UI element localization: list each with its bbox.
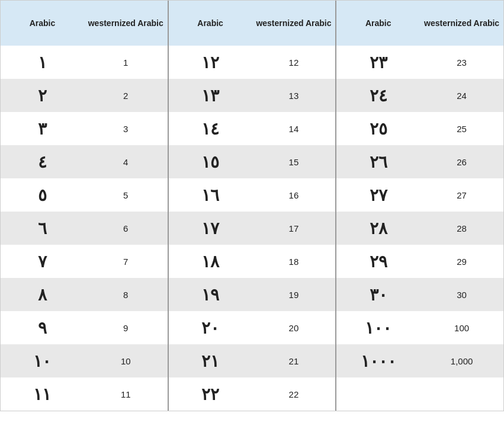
arabic-numeral: ٢٤: [336, 79, 420, 112]
western-numeral: 29: [420, 245, 503, 278]
table-row: [336, 377, 503, 411]
arabic-numeral: ١٣: [169, 79, 252, 112]
arabic-numeral: ٢: [1, 79, 84, 112]
arabic-numeral: ١٦: [169, 178, 252, 212]
table-row: ١٠10: [1, 344, 168, 377]
western-numeral: 22: [252, 377, 336, 411]
arabic-numeral: ٦: [1, 212, 84, 245]
arabic-numeral: ٢٢: [169, 377, 252, 411]
arabic-numeral: ٢٣: [336, 46, 420, 79]
arabic-numeral: ٥: [1, 178, 84, 212]
table-row: ٢١21: [169, 344, 336, 377]
arabic-numeral: ١٠٠: [336, 311, 420, 344]
western-numeral: 16: [252, 178, 336, 212]
table-row: ٢٤24: [336, 79, 503, 112]
table-row: ١٩19: [169, 278, 336, 311]
table-row: ١٨18: [169, 245, 336, 278]
western-numeral: 15: [252, 145, 336, 178]
western-numeral: 19: [252, 278, 336, 311]
western-numeral: 18: [252, 245, 336, 278]
header-arabic-1: Arabic: [1, 1, 84, 46]
arabic-numeral: ١٧: [169, 212, 252, 245]
arabic-numeral: ٤: [1, 145, 84, 178]
arabic-numeral: ٢١: [169, 344, 252, 377]
table-row: ٢٣23: [336, 46, 503, 79]
western-numeral: 1,000: [420, 344, 503, 377]
western-numeral: [420, 377, 503, 411]
table-row: ١١11: [1, 377, 168, 411]
arabic-numeral: ٢٨: [336, 212, 420, 245]
arabic-numeral: ١٤: [169, 112, 252, 145]
header-row-1: Arabicwesternized Arabic: [1, 1, 168, 46]
table-row: ٢٦26: [336, 145, 503, 178]
table-row: ٣3: [1, 112, 168, 145]
arabic-numeral: ١١: [1, 377, 84, 411]
table-row: ١٤14: [169, 112, 336, 145]
table-row: ٩9: [1, 311, 168, 344]
column-group-1: Arabicwesternized Arabic١1٢2٣3٤4٥5٦6٧7٨8…: [1, 1, 169, 411]
table-row: ١٠٠٠1,000: [336, 344, 503, 377]
arabic-numeral: ٣: [1, 112, 84, 145]
table-row: ١1: [1, 46, 168, 79]
western-numeral: 2: [84, 79, 168, 112]
header-western-3: westernized Arabic: [420, 1, 503, 46]
arabic-numeral: ٢٧: [336, 178, 420, 212]
western-numeral: 13: [252, 79, 336, 112]
table-row: ١٦16: [169, 178, 336, 212]
western-numeral: 5: [84, 178, 168, 212]
table-row: ١٠٠100: [336, 311, 503, 344]
western-numeral: 1: [84, 46, 168, 79]
table-row: ٧7: [1, 245, 168, 278]
table-row: ١٢12: [169, 46, 336, 79]
arabic-numeral: ١٠: [1, 344, 84, 377]
arabic-numeral: ٢٠: [169, 311, 252, 344]
western-numeral: 25: [420, 112, 503, 145]
arabic-numeral: ٢٩: [336, 245, 420, 278]
table-row: ٢2: [1, 79, 168, 112]
arabic-numeral: ٧: [1, 245, 84, 278]
column-group-3: Arabicwesternized Arabic٢٣23٢٤24٢٥25٢٦26…: [336, 1, 503, 411]
arabic-numeral: ١٠٠٠: [336, 344, 420, 377]
western-numeral: 4: [84, 145, 168, 178]
header-arabic-2: Arabic: [169, 1, 252, 46]
arabic-numeral: [336, 377, 420, 411]
western-numeral: 3: [84, 112, 168, 145]
table-row: ٣٠30: [336, 278, 503, 311]
arabic-numeral: ١٨: [169, 245, 252, 278]
header-western-1: westernized Arabic: [84, 1, 168, 46]
arabic-numeral: ١: [1, 46, 84, 79]
table-row: ٢٧27: [336, 178, 503, 212]
table-row: ٦6: [1, 212, 168, 245]
arabic-numeral: ٢٦: [336, 145, 420, 178]
western-numeral: 9: [84, 311, 168, 344]
table-row: ٢٠20: [169, 311, 336, 344]
western-numeral: 21: [252, 344, 336, 377]
table-row: ٥5: [1, 178, 168, 212]
main-table: Arabicwesternized Arabic١1٢2٣3٤4٥5٦6٧7٨8…: [0, 0, 504, 411]
western-numeral: 12: [252, 46, 336, 79]
table-row: ٢٩29: [336, 245, 503, 278]
table-row: ١٣13: [169, 79, 336, 112]
arabic-numeral: ١٥: [169, 145, 252, 178]
arabic-numeral: ٣٠: [336, 278, 420, 311]
western-numeral: 30: [420, 278, 503, 311]
western-numeral: 28: [420, 212, 503, 245]
table-row: ٢٢22: [169, 377, 336, 411]
western-numeral: 14: [252, 112, 336, 145]
western-numeral: 100: [420, 311, 503, 344]
header-row-3: Arabicwesternized Arabic: [336, 1, 503, 46]
arabic-numeral: ٢٥: [336, 112, 420, 145]
arabic-numeral: ٩: [1, 311, 84, 344]
arabic-numeral: ١٢: [169, 46, 252, 79]
western-numeral: 24: [420, 79, 503, 112]
western-numeral: 11: [84, 377, 168, 411]
western-numeral: 6: [84, 212, 168, 245]
table-row: ٤4: [1, 145, 168, 178]
column-group-2: Arabicwesternized Arabic١٢12١٣13١٤14١٥15…: [169, 1, 337, 411]
header-western-2: westernized Arabic: [252, 1, 336, 46]
western-numeral: 7: [84, 245, 168, 278]
arabic-numeral: ٨: [1, 278, 84, 311]
table-row: ٨8: [1, 278, 168, 311]
table-row: ١٧17: [169, 212, 336, 245]
western-numeral: 17: [252, 212, 336, 245]
